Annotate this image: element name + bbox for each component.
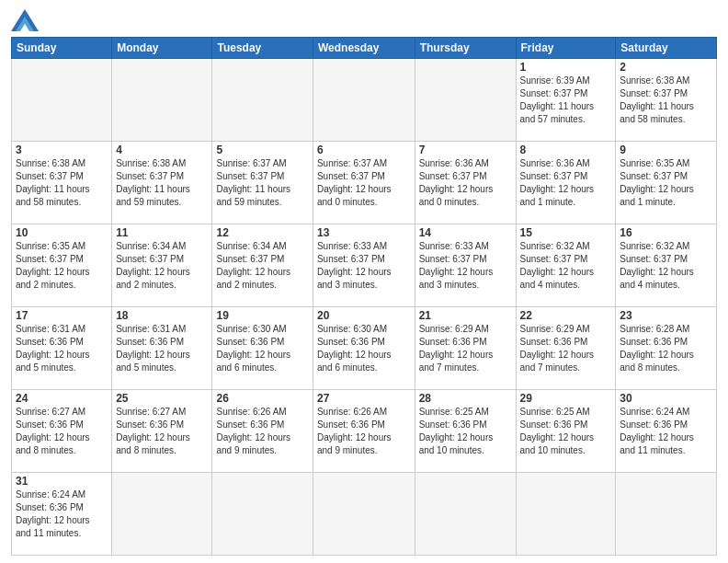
- calendar-week-row: 3Sunrise: 6:38 AMSunset: 6:37 PMDaylight…: [12, 142, 717, 224]
- day-info: Sunrise: 6:38 AMSunset: 6:37 PMDaylight:…: [16, 157, 108, 209]
- calendar-cell: [212, 59, 313, 142]
- day-number: 5: [216, 144, 308, 156]
- calendar-cell: 3Sunrise: 6:38 AMSunset: 6:37 PMDaylight…: [12, 142, 112, 224]
- day-number: 28: [419, 392, 512, 405]
- day-number: 27: [317, 392, 411, 405]
- day-info: Sunrise: 6:31 AMSunset: 6:36 PMDaylight:…: [116, 323, 208, 374]
- day-number: 7: [419, 144, 512, 156]
- day-info: Sunrise: 6:25 AMSunset: 6:36 PMDaylight:…: [520, 406, 612, 457]
- day-info: Sunrise: 6:29 AMSunset: 6:36 PMDaylight:…: [419, 323, 512, 374]
- day-number: 22: [520, 309, 612, 322]
- day-number: 11: [116, 226, 208, 239]
- logo: [11, 9, 42, 31]
- day-info: Sunrise: 6:31 AMSunset: 6:36 PMDaylight:…: [16, 323, 108, 374]
- day-number: 18: [116, 309, 208, 322]
- calendar-cell: 18Sunrise: 6:31 AMSunset: 6:36 PMDayligh…: [112, 307, 212, 390]
- calendar-cell: 14Sunrise: 6:33 AMSunset: 6:37 PMDayligh…: [415, 224, 516, 307]
- day-info: Sunrise: 6:27 AMSunset: 6:36 PMDaylight:…: [16, 406, 108, 457]
- calendar-cell: 4Sunrise: 6:38 AMSunset: 6:37 PMDaylight…: [112, 142, 212, 224]
- calendar-cell: 8Sunrise: 6:36 AMSunset: 6:37 PMDaylight…: [516, 142, 616, 224]
- day-info: Sunrise: 6:33 AMSunset: 6:37 PMDaylight:…: [419, 240, 512, 292]
- header-friday: Friday: [516, 38, 616, 59]
- calendar-week-row: 31Sunrise: 6:24 AMSunset: 6:36 PMDayligh…: [12, 473, 717, 556]
- day-number: 1: [520, 61, 612, 74]
- day-info: Sunrise: 6:32 AMSunset: 6:37 PMDaylight:…: [520, 240, 612, 292]
- calendar-page: Sunday Monday Tuesday Wednesday Thursday…: [0, 0, 728, 563]
- calendar-cell: 21Sunrise: 6:29 AMSunset: 6:36 PMDayligh…: [415, 307, 516, 390]
- calendar-cell: [12, 59, 112, 142]
- day-number: 17: [16, 309, 108, 322]
- calendar-week-row: 17Sunrise: 6:31 AMSunset: 6:36 PMDayligh…: [12, 307, 717, 390]
- header-sunday: Sunday: [12, 38, 112, 59]
- day-info: Sunrise: 6:32 AMSunset: 6:37 PMDaylight:…: [620, 240, 712, 292]
- calendar-header-row: Sunday Monday Tuesday Wednesday Thursday…: [12, 38, 717, 59]
- calendar-cell: 28Sunrise: 6:25 AMSunset: 6:36 PMDayligh…: [415, 390, 516, 473]
- calendar-cell: 24Sunrise: 6:27 AMSunset: 6:36 PMDayligh…: [12, 390, 112, 473]
- calendar-week-row: 10Sunrise: 6:35 AMSunset: 6:37 PMDayligh…: [12, 224, 717, 307]
- day-info: Sunrise: 6:28 AMSunset: 6:36 PMDaylight:…: [620, 323, 712, 374]
- day-info: Sunrise: 6:35 AMSunset: 6:37 PMDaylight:…: [16, 240, 108, 292]
- day-number: 16: [620, 226, 712, 239]
- day-info: Sunrise: 6:33 AMSunset: 6:37 PMDaylight:…: [317, 240, 411, 292]
- calendar-cell: 13Sunrise: 6:33 AMSunset: 6:37 PMDayligh…: [313, 224, 415, 307]
- day-number: 4: [116, 144, 208, 156]
- logo-icon: [11, 9, 39, 31]
- day-info: Sunrise: 6:30 AMSunset: 6:36 PMDaylight:…: [216, 323, 308, 374]
- header-thursday: Thursday: [415, 38, 516, 59]
- day-info: Sunrise: 6:36 AMSunset: 6:37 PMDaylight:…: [419, 157, 512, 209]
- calendar-cell: 30Sunrise: 6:24 AMSunset: 6:36 PMDayligh…: [616, 390, 717, 473]
- calendar-table: Sunday Monday Tuesday Wednesday Thursday…: [11, 37, 717, 556]
- day-number: 3: [16, 144, 108, 156]
- calendar-cell: 23Sunrise: 6:28 AMSunset: 6:36 PMDayligh…: [616, 307, 717, 390]
- day-info: Sunrise: 6:36 AMSunset: 6:37 PMDaylight:…: [520, 157, 612, 209]
- day-number: 14: [419, 226, 512, 239]
- day-number: 24: [16, 392, 108, 405]
- day-info: Sunrise: 6:27 AMSunset: 6:36 PMDaylight:…: [116, 406, 208, 457]
- calendar-cell: 2Sunrise: 6:38 AMSunset: 6:37 PMDaylight…: [616, 59, 717, 142]
- day-number: 10: [16, 226, 108, 239]
- calendar-cell: [212, 473, 313, 556]
- calendar-cell: 6Sunrise: 6:37 AMSunset: 6:37 PMDaylight…: [313, 142, 415, 224]
- day-number: 23: [620, 309, 712, 322]
- day-number: 25: [116, 392, 208, 405]
- day-info: Sunrise: 6:35 AMSunset: 6:37 PMDaylight:…: [620, 157, 712, 209]
- calendar-cell: [415, 473, 516, 556]
- calendar-cell: 25Sunrise: 6:27 AMSunset: 6:36 PMDayligh…: [112, 390, 212, 473]
- calendar-cell: 22Sunrise: 6:29 AMSunset: 6:36 PMDayligh…: [516, 307, 616, 390]
- day-number: 21: [419, 309, 512, 322]
- day-info: Sunrise: 6:24 AMSunset: 6:36 PMDaylight:…: [16, 488, 108, 540]
- calendar-cell: 5Sunrise: 6:37 AMSunset: 6:37 PMDaylight…: [212, 142, 313, 224]
- day-info: Sunrise: 6:34 AMSunset: 6:37 PMDaylight:…: [116, 240, 208, 292]
- calendar-cell: 27Sunrise: 6:26 AMSunset: 6:36 PMDayligh…: [313, 390, 415, 473]
- calendar-cell: [313, 59, 415, 142]
- calendar-week-row: 1Sunrise: 6:39 AMSunset: 6:37 PMDaylight…: [12, 59, 717, 142]
- calendar-cell: 16Sunrise: 6:32 AMSunset: 6:37 PMDayligh…: [616, 224, 717, 307]
- calendar-cell: 1Sunrise: 6:39 AMSunset: 6:37 PMDaylight…: [516, 59, 616, 142]
- day-info: Sunrise: 6:37 AMSunset: 6:37 PMDaylight:…: [317, 157, 411, 209]
- day-number: 12: [216, 226, 308, 239]
- calendar-cell: 29Sunrise: 6:25 AMSunset: 6:36 PMDayligh…: [516, 390, 616, 473]
- day-info: Sunrise: 6:25 AMSunset: 6:36 PMDaylight:…: [419, 406, 512, 457]
- day-number: 13: [317, 226, 411, 239]
- header-saturday: Saturday: [616, 38, 717, 59]
- calendar-cell: 9Sunrise: 6:35 AMSunset: 6:37 PMDaylight…: [616, 142, 717, 224]
- day-number: 31: [16, 475, 108, 488]
- calendar-cell: 26Sunrise: 6:26 AMSunset: 6:36 PMDayligh…: [212, 390, 313, 473]
- calendar-cell: [616, 473, 717, 556]
- day-info: Sunrise: 6:34 AMSunset: 6:37 PMDaylight:…: [216, 240, 308, 292]
- calendar-cell: [112, 473, 212, 556]
- day-info: Sunrise: 6:26 AMSunset: 6:36 PMDaylight:…: [317, 406, 411, 457]
- day-number: 19: [216, 309, 308, 322]
- day-info: Sunrise: 6:29 AMSunset: 6:36 PMDaylight:…: [520, 323, 612, 374]
- calendar-cell: 17Sunrise: 6:31 AMSunset: 6:36 PMDayligh…: [12, 307, 112, 390]
- day-info: Sunrise: 6:39 AMSunset: 6:37 PMDaylight:…: [520, 75, 612, 126]
- day-number: 20: [317, 309, 411, 322]
- day-number: 15: [520, 226, 612, 239]
- day-info: Sunrise: 6:26 AMSunset: 6:36 PMDaylight:…: [216, 406, 308, 457]
- calendar-cell: [313, 473, 415, 556]
- header-monday: Monday: [112, 38, 212, 59]
- day-number: 29: [520, 392, 612, 405]
- calendar-cell: 31Sunrise: 6:24 AMSunset: 6:36 PMDayligh…: [12, 473, 112, 556]
- calendar-cell: 20Sunrise: 6:30 AMSunset: 6:36 PMDayligh…: [313, 307, 415, 390]
- day-info: Sunrise: 6:24 AMSunset: 6:36 PMDaylight:…: [620, 406, 712, 457]
